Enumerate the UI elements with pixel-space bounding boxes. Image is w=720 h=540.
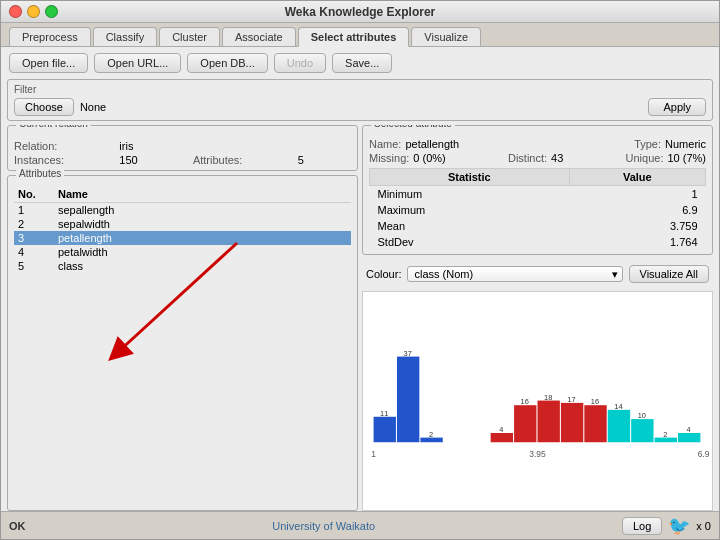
stat-name: Mean — [370, 218, 570, 234]
current-relation-section: Current relation Relation: iris Instance… — [7, 125, 358, 171]
missing-value: 0 (0%) — [413, 152, 445, 164]
window-controls — [9, 5, 58, 18]
histogram-bar — [514, 405, 536, 442]
close-button[interactable] — [9, 5, 22, 18]
relation-grid: Relation: iris Instances: 150 Attributes… — [14, 140, 351, 166]
undo-button[interactable]: Undo — [274, 53, 326, 73]
x-count: x 0 — [696, 520, 711, 532]
histogram-area: 1137241618171614102413.956.9 — [362, 291, 713, 511]
attr-row-3[interactable]: 3 petallength — [14, 231, 351, 245]
window-title: Weka Knowledge Explorer — [285, 5, 436, 19]
chevron-down-icon: ▾ — [612, 268, 618, 281]
selected-attribute-label: Selected attribute — [371, 125, 455, 129]
histogram-bar — [374, 417, 396, 442]
open-url-button[interactable]: Open URL... — [94, 53, 181, 73]
type-value: Numeric — [665, 138, 706, 150]
distinct-label: Distinct: — [508, 152, 547, 164]
tab-classify[interactable]: Classify — [93, 27, 158, 46]
colour-label: Colour: — [366, 268, 401, 280]
attr-list: 1 sepallength 2 sepalwidth 3 petallength… — [14, 203, 351, 273]
bar-label: 4 — [499, 425, 503, 434]
instances-value: 150 — [119, 154, 185, 166]
attr-name-1: sepallength — [58, 204, 347, 216]
relation-value: iris — [119, 140, 185, 152]
bar-label: 11 — [380, 409, 388, 418]
bird-icon: 🐦 — [668, 515, 690, 537]
attr-row-1[interactable]: 1 sepallength — [14, 203, 351, 217]
stat-value: 3.759 — [569, 218, 705, 234]
stat-name: Minimum — [370, 186, 570, 203]
bar-label: 37 — [404, 349, 412, 358]
filter-section: Filter Choose None Apply — [7, 79, 713, 121]
status-bar: OK University of Waikato Log 🐦 x 0 — [1, 511, 719, 539]
open-file-button[interactable]: Open file... — [9, 53, 88, 73]
histogram-bar — [491, 433, 513, 442]
log-button[interactable]: Log — [622, 517, 662, 535]
attributes-label: Attributes — [16, 168, 64, 179]
tab-cluster[interactable]: Cluster — [159, 27, 220, 46]
color-select[interactable]: class (Nom) ▾ — [407, 266, 622, 282]
histogram-bar — [561, 403, 583, 442]
minimize-button[interactable] — [27, 5, 40, 18]
stat-value: 6.9 — [569, 202, 705, 218]
col-no-header: No. — [18, 188, 58, 200]
attr-no-4: 4 — [18, 246, 58, 258]
name-value: petallength — [405, 138, 459, 150]
attributes-label: Attributes: — [193, 154, 290, 166]
bar-label: 2 — [663, 430, 667, 439]
title-bar: Weka Knowledge Explorer — [1, 1, 719, 23]
color-row: Colour: class (Nom) ▾ Visualize All — [362, 263, 713, 285]
attr-name-5: class — [58, 260, 347, 272]
tab-select-attributes[interactable]: Select attributes — [298, 27, 410, 47]
histogram-bar — [678, 433, 700, 442]
bar-label: 2 — [429, 430, 433, 439]
attributes-section: Attributes No. Name 1 sepallength 2 sepa… — [7, 175, 358, 511]
stat-value: 1.764 — [569, 234, 705, 250]
stat-col-header: Statistic — [370, 169, 570, 186]
bar-label: 16 — [521, 397, 529, 406]
choose-button[interactable]: Choose — [14, 98, 74, 116]
histogram-chart: 1137241618171614102413.956.9 — [363, 292, 712, 510]
x-axis-label: 1 — [371, 449, 376, 459]
histogram-bar — [608, 410, 630, 442]
instances-label: Instances: — [14, 154, 111, 166]
save-button[interactable]: Save... — [332, 53, 392, 73]
missing-label: Missing: — [369, 152, 409, 164]
attr-name-2: sepalwidth — [58, 218, 347, 230]
attr-row-4[interactable]: 4 petalwidth — [14, 245, 351, 259]
x-axis-label: 6.9 — [698, 449, 710, 459]
open-db-button[interactable]: Open DB... — [187, 53, 267, 73]
current-relation-label: Current relation — [16, 125, 91, 129]
histogram-bar — [538, 401, 560, 443]
tab-associate[interactable]: Associate — [222, 27, 296, 46]
histogram-bar — [397, 357, 419, 443]
x-axis-label: 3.95 — [529, 449, 546, 459]
type-label: Type: — [634, 138, 661, 150]
right-panel: Selected attribute Name: petallength Typ… — [362, 125, 713, 511]
attr-no-5: 5 — [18, 260, 58, 272]
attr-row-5[interactable]: 5 class — [14, 259, 351, 273]
attr-no-1: 1 — [18, 204, 58, 216]
unique-value: 10 (7%) — [667, 152, 706, 164]
col-name-header: Name — [58, 188, 347, 200]
unique-label: Unique: — [626, 152, 664, 164]
left-panel: Current relation Relation: iris Instance… — [7, 125, 362, 511]
bar-label: 4 — [687, 425, 691, 434]
visualize-all-button[interactable]: Visualize All — [629, 265, 710, 283]
tab-preprocess[interactable]: Preprocess — [9, 27, 91, 46]
university-label: University of Waikato — [34, 520, 614, 532]
attr-row-2[interactable]: 2 sepalwidth — [14, 217, 351, 231]
status-right: Log 🐦 x 0 — [622, 515, 711, 537]
apply-button[interactable]: Apply — [648, 98, 706, 116]
value-col-header: Value — [569, 169, 705, 186]
stat-name: Maximum — [370, 202, 570, 218]
attributes-value: 5 — [298, 154, 351, 166]
name-label: Name: — [369, 138, 401, 150]
tab-visualize[interactable]: Visualize — [411, 27, 481, 46]
main-content: Current relation Relation: iris Instance… — [1, 125, 719, 511]
status-ok: OK — [9, 520, 26, 532]
maximize-button[interactable] — [45, 5, 58, 18]
tab-bar: Preprocess Classify Cluster Associate Se… — [1, 23, 719, 47]
distinct-value: 43 — [551, 152, 563, 164]
bar-label: 17 — [567, 395, 575, 404]
